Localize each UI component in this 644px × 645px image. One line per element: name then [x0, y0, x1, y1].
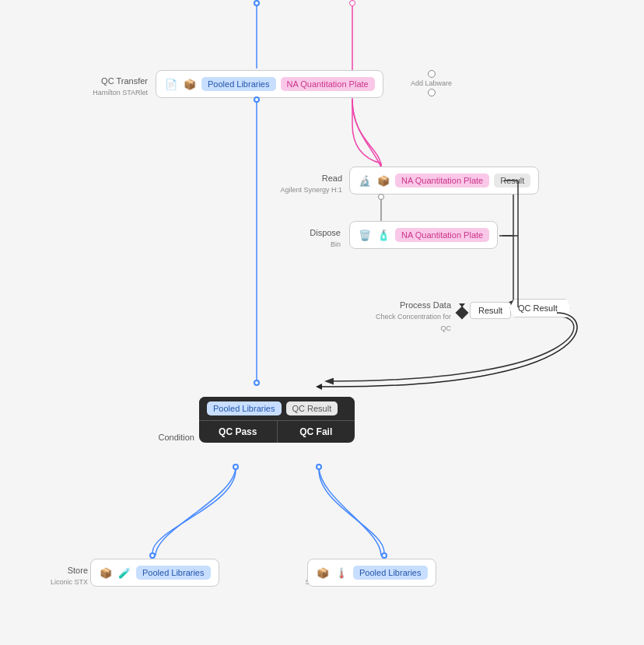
store-stacker-connector [381, 552, 387, 559]
read-label: Read Agilent Synergy H:1 [264, 173, 342, 195]
document-icon: 📄 [164, 77, 178, 91]
svg-marker-11 [316, 384, 322, 390]
qc-pass-button[interactable]: QC Pass [199, 421, 278, 443]
stx-icon: 📦 [99, 566, 113, 580]
na-quant-chip-read[interactable]: NA Quantitation Plate [395, 174, 489, 188]
pooled-libraries-chip-stacker[interactable]: Pooled Libraries [353, 566, 428, 580]
stacker-icon: 📦 [316, 566, 330, 580]
read-node[interactable]: 🔬 📦 NA Quantitation Plate Result [349, 167, 539, 195]
stacker-tube-icon: 🌡️ [334, 566, 348, 580]
condition-top: Pooled Libraries QC Result [199, 397, 355, 420]
condition-buttons: QC Pass QC Fail [199, 420, 355, 443]
qc-fail-button[interactable]: QC Fail [278, 421, 355, 443]
cylinder-icon: 🧴 [376, 228, 390, 242]
na-quant-chip-1[interactable]: NA Quantitation Plate [281, 77, 375, 91]
qc-transfer-node[interactable]: 📄 📦 Pooled Libraries NA Quantitation Pla… [156, 70, 383, 98]
add-labware-dot-bottom [428, 89, 436, 96]
dispose-node[interactable]: 🗑️ 🧴 NA Quantitation Plate [349, 221, 498, 249]
tube-icon: 🧪 [117, 566, 131, 580]
add-labware[interactable]: Add Labware [411, 70, 452, 96]
qc-fail-connector [316, 464, 322, 470]
store-stx-node[interactable]: 📦 🧪 Pooled Libraries [90, 559, 219, 587]
dispose-label: Dispose Bin [278, 227, 341, 250]
na-quant-chip-dispose[interactable]: NA Quantitation Plate [395, 228, 489, 242]
cube-icon: 📦 [376, 174, 390, 188]
qc-result-hex[interactable]: QC Result [509, 299, 571, 317]
top-connector-pink [349, 0, 355, 6]
top-connector-blue [254, 0, 260, 6]
result-chip-read[interactable]: Result [494, 174, 530, 188]
store-stx-label: Store Liconic STX [14, 565, 88, 587]
condition-label: Condition [132, 432, 194, 443]
qc-transfer-label: QC Transfer Hamilton STARlet [70, 75, 148, 98]
process-data-label: Process Data Check Concentration for QC [373, 300, 451, 334]
plate-read-icon: 🔬 [358, 174, 372, 188]
condition-top-connector [254, 380, 260, 386]
qc-result-chip-cond[interactable]: QC Result [286, 401, 338, 415]
add-labware-dot-top [428, 70, 436, 78]
workflow-canvas: QC Transfer Hamilton STARlet 📄 📦 Pooled … [0, 0, 644, 645]
pooled-libraries-chip-1[interactable]: Pooled Libraries [201, 77, 276, 91]
process-data-diamond [456, 307, 469, 320]
qc-pass-connector [233, 464, 239, 470]
store-stx-connector [149, 552, 156, 559]
store-stacker-node[interactable]: 📦 🌡️ Pooled Libraries [307, 559, 436, 587]
read-dispose-connector [378, 194, 384, 200]
add-labware-label: Add Labware [411, 79, 452, 87]
pooled-libraries-chip-cond[interactable]: Pooled Libraries [207, 401, 282, 415]
condition-node[interactable]: Pooled Libraries QC Result QC Pass QC Fa… [199, 397, 355, 443]
box-icon: 📦 [183, 77, 197, 91]
qc-transfer-bottom-connector [254, 96, 260, 103]
trash-icon: 🗑️ [358, 228, 372, 242]
pooled-libraries-chip-stx[interactable]: Pooled Libraries [136, 566, 211, 580]
result-chip-process[interactable]: Result [470, 302, 511, 319]
